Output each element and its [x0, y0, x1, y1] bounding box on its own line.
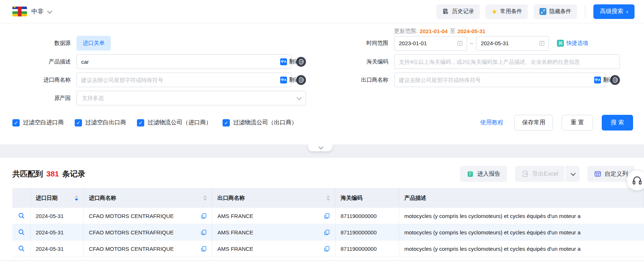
data-source-label: 数据源 [0, 40, 76, 47]
row-detail-search-icon[interactable] [18, 212, 25, 219]
origin-select[interactable]: 支持多选 [76, 91, 306, 105]
date-to-input[interactable]: 2024-05-31 [476, 36, 549, 51]
export-icon [522, 170, 529, 178]
checkbox-checked-icon: ✓ [75, 119, 82, 126]
translate-button[interactable]: 中A 翻译 [278, 54, 302, 69]
copy-icon[interactable] [324, 246, 330, 252]
report-icon [467, 170, 474, 178]
reset-button[interactable]: 重 置 [562, 115, 593, 130]
translate-button[interactable]: 中A 翻译 [278, 73, 302, 87]
table-row: 2024-05-31 CFAO MOTORS CENTRAFRIQUE AMS … [12, 241, 644, 257]
importer-input[interactable] [76, 73, 291, 87]
origin-label: 原产国 [0, 95, 76, 102]
update-range-to: 2024-05-31 [458, 28, 486, 34]
hs-code-label: 海关编码 [306, 58, 394, 65]
row-detail-search-icon[interactable] [18, 245, 25, 252]
checkbox-filter-logistics-exporter[interactable]: ✓ 过滤物流公司（出口商） [223, 119, 297, 126]
collapse-panel-handle[interactable] [308, 144, 332, 151]
copy-icon[interactable] [201, 213, 207, 219]
chevron-down-icon [297, 95, 302, 100]
divider [585, 5, 585, 18]
chevron-down-icon [570, 171, 576, 176]
results-panel: 共匹配到 381 条记录 进入报告 导出Excel [0, 158, 644, 260]
product-desc-input[interactable] [76, 54, 291, 69]
sort-icons[interactable] [75, 195, 78, 201]
date-from-input[interactable]: 2023-01-01 [394, 36, 467, 51]
tutorial-link[interactable]: 使用教程 [478, 118, 506, 127]
translate-icon: 中A [280, 77, 287, 83]
translate-icon: 中A [280, 58, 287, 65]
results-summary: 共匹配到 381 条记录 [12, 169, 85, 179]
checkbox-checked-icon: ✓ [137, 119, 144, 126]
checkbox-filter-logistics-importer[interactable]: ✓ 过滤物流公司（进口商） [137, 119, 212, 126]
quick-options-link[interactable]: ⌘ 快捷选项 [557, 40, 588, 47]
quick-options-icon: ⌘ [557, 40, 564, 47]
table-header-row: 进口日期 进口商名称 出口商名称 海关编码 产品描述 [12, 188, 644, 208]
importer-label: 进口商名称 [0, 77, 76, 83]
hide-icon [539, 8, 546, 15]
favorites-icon: ★ [491, 8, 497, 15]
update-range-label: 更新范围: [394, 28, 417, 35]
tab-import-declarations[interactable]: 进口关单 [76, 36, 111, 51]
history-button[interactable]: 历史记录 [436, 4, 480, 19]
copy-icon[interactable] [324, 229, 330, 235]
sort-icons[interactable] [203, 195, 207, 201]
table-row: 2024-05-31 CFAO MOTORS CENTRAFRIQUE AMS … [12, 224, 644, 241]
exporter-label: 出口商名称 [306, 77, 394, 83]
date-range-dash: – [470, 40, 473, 47]
header-cell-actions [12, 188, 31, 208]
history-icon [442, 8, 449, 15]
hs-code-input[interactable] [394, 54, 620, 69]
calendar-icon [457, 40, 463, 46]
checkbox-checked-icon: ✓ [223, 119, 230, 126]
time-range-label: 时间范围 [306, 40, 394, 47]
export-excel-button[interactable]: 导出Excel [515, 166, 565, 182]
header-cell-importer[interactable]: 进口商名称 [84, 188, 212, 208]
top-bar: ★ 中非 历史记录 ★ 常用条件 隐藏条件 高级搜索 [0, 0, 644, 23]
support-fab[interactable] [627, 170, 644, 191]
enter-report-button[interactable]: 进入报告 [460, 166, 507, 182]
results-table: 进口日期 进口商名称 出口商名称 海关编码 产品描述 2024-05-31 C [12, 188, 644, 257]
chevron-down-icon[interactable] [47, 8, 52, 13]
chevron-right-icon: › [626, 9, 628, 15]
checkbox-filter-blank-importer[interactable]: ✓ 过滤空白进口商 [12, 119, 64, 126]
export-button-group: 导出Excel [515, 166, 580, 182]
save-favorite-button[interactable]: 保存常用 [514, 115, 553, 130]
copy-icon[interactable] [201, 229, 207, 235]
row-detail-search-icon[interactable] [18, 229, 25, 236]
trade-data-search-page: ★ 中非 历史记录 ★ 常用条件 隐藏条件 高级搜索 [0, 0, 644, 261]
header-cell-product-desc: 产品描述 [399, 188, 644, 208]
header-cell-exporter[interactable]: 出口商名称 [212, 188, 335, 208]
checkbox-checked-icon: ✓ [12, 119, 20, 126]
export-options-dropdown[interactable] [566, 166, 580, 182]
advanced-search-button[interactable]: 高级搜索 › [593, 4, 635, 19]
favorites-button[interactable]: ★ 常用条件 [486, 4, 528, 19]
search-button[interactable]: 搜 索 [602, 115, 633, 130]
sort-icons[interactable] [326, 195, 330, 201]
country-flag-icon: ★ [12, 7, 27, 16]
table-row: 2024-05-31 CFAO MOTORS CENTRAFRIQUE AMS … [12, 208, 644, 224]
header-cell-hs-code: 海关编码 [335, 188, 399, 208]
copy-icon[interactable] [201, 246, 207, 252]
filter-actions-row: ✓ 过滤空白进口商 ✓ 过滤空白出口商 ✓ 过滤物流公司（进口商） ✓ 过滤物流… [0, 115, 644, 130]
exporter-input[interactable] [394, 73, 605, 87]
chevron-down-icon [318, 144, 323, 149]
copy-icon[interactable] [324, 213, 330, 219]
header-cell-import-date[interactable]: 进口日期 [31, 188, 84, 208]
hide-conditions-button[interactable]: 隐藏条件 [534, 4, 577, 19]
calendar-icon [539, 40, 545, 46]
translate-button[interactable]: 中A 翻译 [592, 73, 616, 87]
results-count: 381 [46, 170, 59, 178]
filter-panel: 更新范围: 2021-01-04 至 2024-05-31 数据源 进口关单 时… [0, 23, 644, 144]
checkbox-filter-blank-exporter[interactable]: ✓ 过滤空白出口商 [75, 119, 126, 126]
country-selector-label[interactable]: 中非 [31, 7, 44, 16]
update-range-from: 2021-01-04 [420, 28, 448, 34]
product-desc-label: 产品描述 [0, 58, 76, 65]
translate-icon: 中A [594, 77, 601, 83]
headset-icon [632, 175, 643, 186]
update-range: 更新范围: 2021-01-04 至 2024-05-31 [394, 26, 644, 36]
customize-columns-icon [594, 170, 601, 178]
